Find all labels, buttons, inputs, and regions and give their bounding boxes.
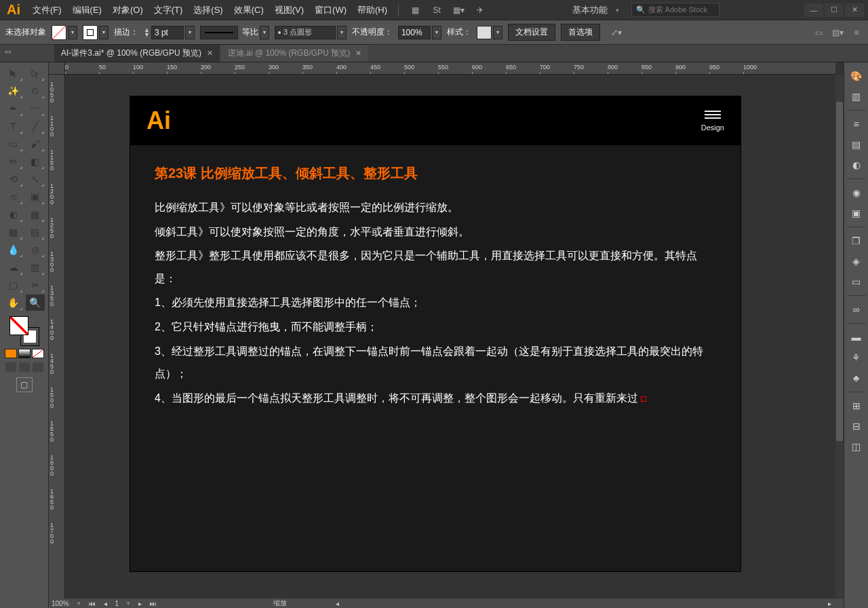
stroke-panel-icon[interactable]: ≡ [848,116,865,132]
nav-last-icon[interactable]: ⏭ [150,600,157,607]
width-tool[interactable]: ⎋ [4,189,23,205]
draw-behind[interactable] [19,362,30,372]
maximize-button[interactable]: ☐ [825,3,844,17]
horizontal-ruler[interactable]: 0501001502002503003504004505005506006507… [65,62,835,75]
menu-edit[interactable]: 编辑(E) [67,1,107,19]
hand-tool[interactable]: ✋ [4,294,23,311]
swatches-panel-icon[interactable]: ▥ [848,88,865,104]
style-control[interactable]: ▾ [477,26,502,39]
vertical-scrollbar[interactable] [835,75,844,598]
isolate-icon[interactable]: ▤▾ [831,26,844,39]
graph-tool[interactable]: ▥ [26,259,45,276]
align-panel-icon[interactable]: ⊞ [848,398,865,414]
appearance-panel-icon[interactable]: ◉ [848,185,865,201]
document-setup-button[interactable]: 文档设置 [508,24,555,41]
symbol-tool[interactable]: ☁ [4,259,23,276]
stroke-width-input[interactable]: ▲▼ 3 pt▾ [144,26,195,39]
magic-wand-tool[interactable]: ✨ [4,83,23,99]
opacity-input[interactable]: 100%▾ [398,26,441,39]
minimize-button[interactable]: — [804,3,823,17]
fill-control[interactable]: ▾ [52,25,77,40]
zoom-tool[interactable]: 🔍 [26,294,45,311]
slice-tool[interactable]: ✂ [26,277,45,293]
pen-tool[interactable]: ✒ [4,100,23,117]
free-transform-tool[interactable]: ▣ [26,189,45,205]
gradient-panel-icon[interactable]: ▤ [848,136,865,153]
gpu-icon[interactable]: ✈ [473,3,487,17]
menu-help[interactable]: 帮助(H) [352,1,393,19]
none-mode[interactable] [32,349,44,358]
pathfinder-panel-icon[interactable]: ◫ [848,438,865,455]
eraser-tool[interactable]: ◧ [26,153,45,170]
fill-color[interactable] [9,316,28,335]
screen-mode[interactable]: ▢ [16,377,33,392]
vertical-ruler[interactable]: 1050110011501200125013001350140014501500… [49,75,65,598]
stroke-profile[interactable]: 等比▾ [200,26,269,39]
blend-tool[interactable]: ◎ [26,242,45,258]
line-tool[interactable]: ╱ [26,118,45,134]
gradient-tool[interactable]: ▤ [26,224,45,240]
shaper-tool[interactable]: ✏ [4,153,23,170]
menu-file[interactable]: 文件(F) [27,1,67,19]
symbols2-icon[interactable]: ♣ [848,370,865,386]
menu-object[interactable]: 对象(O) [107,1,149,19]
align-icon[interactable]: ▭ [812,26,825,39]
arrange-icon[interactable]: ▦▾ [452,3,465,17]
artboard-number[interactable]: 1 [115,600,119,607]
tab-inactive[interactable]: 逆迪.ai @ 100% (RGB/GPU 预览) ✕ [221,44,368,62]
selection-tool[interactable] [4,65,23,81]
menu-select[interactable]: 选择(S) [188,1,228,19]
stock-icon[interactable]: St [430,3,443,17]
artboard[interactable]: Ai Design 第23课 比例缩放工具、倾斜工具、整形工具 比例缩放工具》可… [130,96,741,571]
nav-first-icon[interactable]: ⏮ [89,600,96,607]
paintbrush-tool[interactable]: 🖌 [26,136,45,152]
tab-active[interactable]: AI-课件3.ai* @ 100% (RGB/GPU 预览) ✕ [54,44,220,62]
gradient-mode[interactable] [18,349,31,358]
color-panel-icon[interactable]: 🎨 [848,68,865,84]
brushes-panel-icon[interactable]: ▬ [848,329,865,345]
lasso-tool[interactable]: ⊙ [26,83,45,99]
rectangle-tool[interactable]: ▭ [4,136,23,152]
stroke-control[interactable]: ▾ [83,25,108,40]
eyedropper-tool[interactable]: 💧 [4,242,23,258]
asset-export-icon[interactable]: ◈ [848,253,865,269]
menu-icon[interactable]: ≡ [850,26,863,39]
graphic-styles-icon[interactable]: ▣ [848,205,865,221]
menu-window[interactable]: 窗口(W) [309,1,352,19]
cc-libraries-icon[interactable]: ∞ [848,301,865,318]
nav-prev-icon[interactable]: ◂ [336,600,339,607]
shape-builder-tool[interactable]: ◐ [4,206,23,223]
menu-type[interactable]: 文字(T) [149,1,189,19]
draw-normal[interactable] [5,362,16,372]
ruler-origin[interactable] [49,62,65,75]
rotate-tool[interactable]: ⟲ [4,171,23,187]
nav-prev-icon[interactable]: ◂ [104,600,107,607]
direct-selection-tool[interactable] [26,65,45,81]
brush-definition[interactable]: 3 点圆形▾ [275,26,347,39]
perspective-tool[interactable]: ▦ [26,206,45,223]
preferences-button[interactable]: 首选项 [561,24,600,41]
zoom-level[interactable]: 100% [52,600,69,607]
transform-panel-icon[interactable]: ⊟ [848,418,865,434]
artboard-tool[interactable]: ▢ [4,277,23,293]
scrollbar-thumb[interactable] [836,102,843,441]
layers-panel-icon[interactable]: ❐ [848,233,865,249]
status-label[interactable]: 缩放 [273,598,287,608]
mesh-tool[interactable]: ▩ [4,224,23,240]
curvature-tool[interactable]: 〰 [26,100,45,117]
bridge-icon[interactable]: ▦ [408,3,422,17]
nav-next-icon[interactable]: ▸ [828,600,831,607]
tab-close-button[interactable]: ✕ [207,49,213,58]
stock-search-input[interactable]: 🔍 搜索 Adobe Stock [631,3,719,17]
type-tool[interactable]: T [4,118,23,134]
tab-close-button[interactable]: ✕ [355,49,361,58]
transform-icon[interactable]: ⤢▾ [610,26,623,39]
grip-handle[interactable]: ◂◂ [4,48,11,55]
menu-effect[interactable]: 效果(C) [229,1,269,19]
draw-inside[interactable] [33,362,43,372]
artboards-panel-icon[interactable]: ▭ [848,273,865,290]
scale-tool[interactable]: ⤡ [26,171,45,187]
symbols-panel-icon[interactable]: ⚘ [848,349,865,366]
nav-next-icon[interactable]: ▸ [138,600,142,607]
color-mode[interactable] [5,349,17,358]
